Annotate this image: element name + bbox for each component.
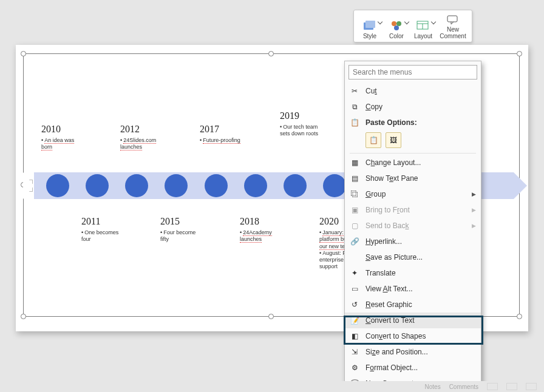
context-menu: Search the menus ✂ Cut ⧉ Copy 📋 Paste Op…	[344, 61, 481, 392]
resize-handle[interactable]	[517, 51, 522, 56]
menu-translate[interactable]: ✦ Translate	[345, 265, 481, 281]
year-label[interactable]: 2010	[41, 124, 61, 135]
submenu-arrow-icon: ▶	[472, 191, 476, 197]
menu-cut[interactable]: ✂ Cut	[345, 83, 481, 99]
size-icon: ⇲	[348, 346, 361, 357]
svg-point-3	[396, 21, 401, 26]
convert-text-icon: 📝	[348, 315, 361, 326]
reset-icon: ↺	[348, 299, 361, 310]
style-label: Style	[363, 33, 376, 39]
copy-icon: ⧉	[348, 101, 361, 112]
menu-view-alt-text[interactable]: ▭ View Alt Text...	[345, 281, 481, 297]
menu-paste-options: 📋 Paste Options:	[345, 115, 481, 130]
timeline-text[interactable]: One becomes four	[81, 229, 123, 243]
style-button[interactable]: Style	[356, 12, 383, 41]
paste-icon: 📋	[348, 117, 361, 128]
send-back-icon: ▢	[348, 220, 361, 231]
style-icon	[363, 19, 376, 32]
chevron-down-icon	[378, 19, 382, 24]
bring-front-icon: ▣	[348, 204, 361, 215]
resize-handle[interactable]	[21, 51, 26, 56]
svg-point-4	[394, 25, 399, 30]
timeline-text[interactable]: Our tech team sets down roots	[280, 124, 321, 138]
chevron-down-icon	[404, 19, 409, 24]
year-label[interactable]: 2011	[81, 216, 100, 227]
layout-icon: ▦	[348, 157, 361, 168]
menu-save-as-picture[interactable]: Save as Picture...	[345, 249, 481, 265]
view-sorter-icon[interactable]	[506, 383, 517, 390]
year-label[interactable]: 2017	[200, 124, 219, 135]
menu-hyperlink[interactable]: 🔗 Hyperlink...	[345, 234, 481, 249]
resize-handle[interactable]	[268, 314, 274, 319]
menu-show-text-pane[interactable]: ▤ Show Text Pane	[345, 171, 481, 186]
group-icon: ⿻	[348, 189, 361, 200]
menu-change-layout[interactable]: ▦ Change Layout...	[345, 155, 481, 171]
timeline-dot[interactable]	[46, 174, 69, 197]
timeline-dot[interactable]	[125, 174, 148, 197]
timeline-text[interactable]: Future-proofing	[200, 137, 241, 144]
timeline-dot[interactable]	[86, 174, 109, 197]
layout-button[interactable]: Layout	[410, 12, 437, 41]
paste-option-dest-theme[interactable]: 📋	[365, 132, 381, 148]
format-icon: ⚙	[348, 362, 361, 373]
timeline-text[interactable]: 24Slides.com launches	[120, 137, 162, 151]
svg-rect-1	[365, 21, 375, 28]
status-bar: Notes Comments	[0, 381, 544, 392]
year-label[interactable]: 2012	[120, 124, 140, 135]
timeline-text[interactable]: 24Academy launches	[240, 229, 281, 243]
paste-option-picture[interactable]: 🖼	[386, 132, 401, 148]
menu-convert-to-text[interactable]: 📝 Convert to Text	[345, 313, 481, 328]
menu-send-to-back: ▢ Send to Back ▶	[345, 218, 481, 234]
alt-text-icon: ▭	[348, 283, 361, 294]
resize-handle[interactable]	[268, 51, 274, 56]
svg-point-2	[392, 21, 396, 26]
year-label[interactable]: 2020	[319, 216, 339, 227]
color-label: Color	[389, 33, 404, 39]
convert-shapes-icon: ◧	[348, 331, 361, 342]
timeline-text[interactable]: Four become fifty	[160, 229, 202, 243]
year-label[interactable]: 2019	[280, 110, 299, 121]
timeline-dot[interactable]	[323, 174, 346, 197]
menu-group[interactable]: ⿻ Group ▶	[345, 186, 481, 202]
cut-icon: ✂	[348, 86, 361, 96]
link-icon: 🔗	[348, 236, 361, 247]
paste-options-row: 📋 🖼	[345, 130, 481, 152]
layout-label: Layout	[414, 33, 432, 39]
chevron-down-icon	[431, 19, 436, 24]
new-comment-button[interactable]: New Comment	[437, 12, 469, 41]
svg-rect-8	[447, 16, 457, 22]
menu-format-object[interactable]: ⚙ Format Object...	[345, 360, 481, 376]
menu-convert-to-shapes[interactable]: ◧ Convert to Shapes	[345, 328, 481, 344]
menu-search-input[interactable]: Search the menus	[348, 65, 477, 79]
timeline-dot[interactable]	[165, 174, 188, 197]
timeline-dot[interactable]	[205, 174, 228, 197]
year-label[interactable]: 2015	[160, 216, 180, 227]
view-normal-icon[interactable]	[487, 383, 498, 390]
view-reading-icon[interactable]	[526, 383, 537, 390]
timeline-dot[interactable]	[244, 174, 267, 197]
resize-handle[interactable]	[21, 314, 26, 319]
comment-icon	[446, 15, 460, 25]
layout-icon	[416, 19, 430, 32]
timeline-text[interactable]: An idea was born	[41, 137, 83, 151]
menu-bring-to-front: ▣ Bring to Front ▶	[345, 202, 481, 218]
menu-size-and-position[interactable]: ⇲ Size and Position...	[345, 344, 481, 360]
color-icon	[390, 19, 403, 32]
status-notes[interactable]: Notes	[425, 384, 441, 390]
status-comments[interactable]: Comments	[449, 384, 478, 390]
new-comment-label: New Comment	[440, 27, 466, 39]
timeline-dot[interactable]	[284, 174, 307, 197]
menu-copy[interactable]: ⧉ Copy	[345, 99, 481, 115]
year-label[interactable]: 2018	[240, 216, 259, 227]
text-pane-icon: ▤	[348, 173, 361, 184]
submenu-arrow-icon: ▶	[472, 223, 476, 229]
resize-handle[interactable]	[517, 314, 522, 319]
translate-icon: ✦	[348, 268, 361, 279]
submenu-arrow-icon: ▶	[472, 207, 476, 213]
menu-reset-graphic[interactable]: ↺ Reset Graphic	[345, 297, 481, 313]
smartart-mini-toolbar: Style Color Layout New Comment	[353, 10, 472, 42]
color-button[interactable]: Color	[383, 12, 410, 41]
